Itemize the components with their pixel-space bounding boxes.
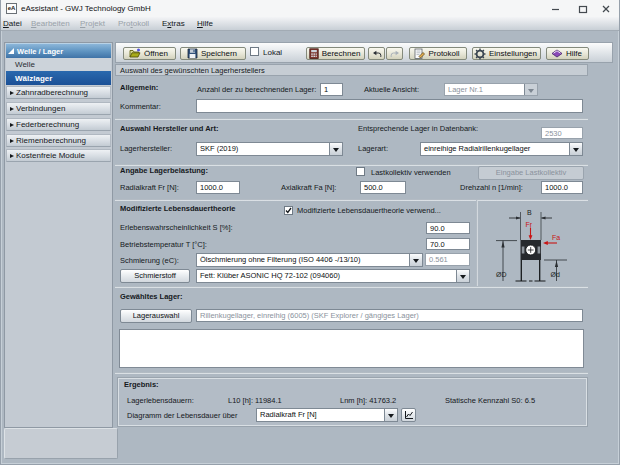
svg-text:Ød: Ød	[551, 271, 560, 278]
svg-text:ØD: ØD	[496, 271, 507, 278]
svg-text:B: B	[527, 209, 532, 216]
svg-text:Fr: Fr	[526, 221, 533, 228]
svg-text:Fa: Fa	[552, 234, 560, 241]
